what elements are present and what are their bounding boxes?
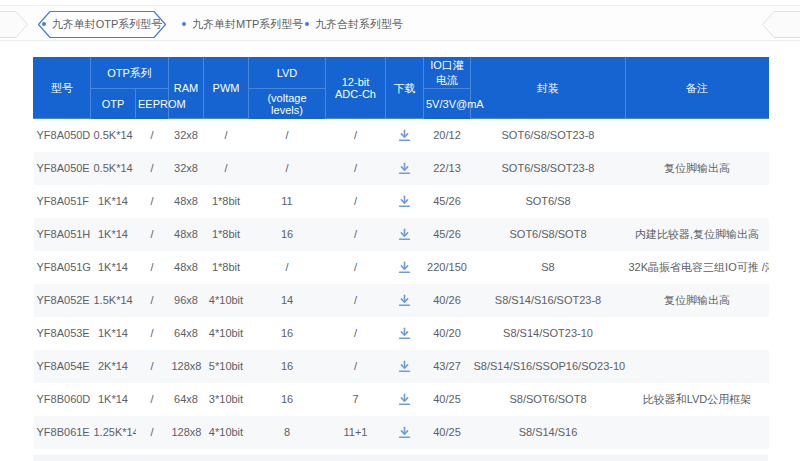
cell-eeprom: / xyxy=(136,251,169,284)
tab-combo-series[interactable]: 九齐合封系列型号 xyxy=(305,6,403,42)
cell-otp: 1K*14 xyxy=(91,185,136,218)
cell-model: YF8B060D xyxy=(34,383,91,416)
cell-ram: 128x8 xyxy=(169,350,204,383)
download-icon[interactable] xyxy=(398,261,411,274)
download-icon[interactable] xyxy=(398,360,411,373)
cell-eeprom: / xyxy=(136,119,169,152)
cell-lvd: 16 xyxy=(249,383,326,416)
table-row: YF8A051H1K*14/48x81*8bit16/ 45/26SOT6/S8… xyxy=(34,218,769,251)
tab-mtp-series[interactable]: 九齐单封MTP系列型号 xyxy=(182,6,303,42)
cell-remark xyxy=(626,119,769,152)
cell-lvd: 16 xyxy=(249,218,326,251)
cell-download[interactable] xyxy=(386,185,424,218)
cell-otp: 1K*14 xyxy=(91,317,136,350)
cell-adc: / xyxy=(326,152,386,185)
cell-download[interactable] xyxy=(386,251,424,284)
header-otp: OTP xyxy=(91,89,136,119)
tab-bullet-icon xyxy=(182,22,186,26)
cell-package: S8/S14/S16 xyxy=(471,416,626,449)
cell-io: 43/27 xyxy=(424,350,471,383)
cell-remark: 复位脚输出高 xyxy=(626,152,769,185)
cell-eeprom: / xyxy=(136,317,169,350)
cell-adc: / xyxy=(326,185,386,218)
cell-eeprom: / xyxy=(136,416,169,449)
tab-label: 九齐合封系列型号 xyxy=(315,17,403,32)
cell-otp: 0.5K*14 xyxy=(91,119,136,152)
cell-adc: 7 xyxy=(326,383,386,416)
cell-io: 45/26 xyxy=(424,218,471,251)
cell-pwm: 4*10bit xyxy=(204,317,249,350)
cell-download[interactable] xyxy=(386,284,424,317)
download-icon[interactable] xyxy=(398,195,411,208)
cell-io: 45/26 xyxy=(424,185,471,218)
table-row: YF8A053E1K*14/64x84*10bit16/ 40/20S8/S14… xyxy=(34,317,769,350)
tab-bullet-icon xyxy=(42,22,46,26)
cell-pwm: 5*10bit xyxy=(204,350,249,383)
cell-pwm: 1*8bit xyxy=(204,218,249,251)
cell-otp: 1.5K*14 xyxy=(91,284,136,317)
cell-download[interactable] xyxy=(386,218,424,251)
cell-lvd: / xyxy=(249,152,326,185)
tab-otp-series-label-row[interactable]: 九齐单封OTP系列型号 xyxy=(38,6,166,42)
download-icon[interactable] xyxy=(398,162,411,175)
cell-otp: 0.5K*14 xyxy=(91,152,136,185)
table-row: YF8B061E1.25K*14/128x84*10bit811+1 40/25… xyxy=(34,416,769,449)
download-icon[interactable] xyxy=(398,327,411,340)
cell-remark xyxy=(626,416,769,449)
cell-model: YF8A053E xyxy=(34,317,91,350)
download-icon[interactable] xyxy=(398,228,411,241)
cell-remark: 32K晶振省电容三组IO可推 /灌达220mA xyxy=(626,251,769,284)
cell-download[interactable] xyxy=(386,383,424,416)
cell-otp: 1.25K*14 xyxy=(91,416,136,449)
cell-package: S8 xyxy=(471,251,626,284)
cell-remark: 内建比较器,复位脚输出高 xyxy=(626,218,769,251)
cell-pwm: / xyxy=(204,119,249,152)
cell-io: 20/12 xyxy=(424,119,471,152)
header-io-current-sub: 5V/3V@mA xyxy=(424,89,471,119)
cell-download[interactable] xyxy=(386,152,424,185)
cell-lvd: / xyxy=(249,251,326,284)
cell-eeprom: / xyxy=(136,152,169,185)
cell-adc: / xyxy=(326,350,386,383)
cell-lvd: 16 xyxy=(249,317,326,350)
cell-otp: 1K*14 xyxy=(91,218,136,251)
table-row: YF8A051F1K*14/48x81*8bit11/ 45/26SOT6/S8 xyxy=(34,185,769,218)
cell-ram: 64x8 xyxy=(169,317,204,350)
header-lvd: LVD xyxy=(249,58,326,89)
cell-io: 40/20 xyxy=(424,317,471,350)
cell-ram: 48x8 xyxy=(169,218,204,251)
header-lvd-sub: (voltage levels) xyxy=(249,89,326,119)
tab-otp-series[interactable]: 九齐单封OTP系列型号 xyxy=(38,11,166,38)
cell-package: S8/S14/SOT23-10 xyxy=(471,317,626,350)
header-io-current: IO口灌电流 xyxy=(424,58,471,89)
cell-eeprom: / xyxy=(136,185,169,218)
cell-otp: 1K*14 xyxy=(91,251,136,284)
tab-label: 九齐单封MTP系列型号 xyxy=(192,17,303,32)
cell-ram: 128x8 xyxy=(169,416,204,449)
download-icon[interactable] xyxy=(398,294,411,307)
download-icon[interactable] xyxy=(398,426,411,439)
download-icon[interactable] xyxy=(398,129,411,142)
header-otp-group: OTP系列 xyxy=(91,58,169,89)
cell-package: SOT6/S8/SOT8 xyxy=(471,218,626,251)
table-row: YF8A050E0.5K*14/32x8/// 22/13SOT6/S8/SOT… xyxy=(34,152,769,185)
cell-io: 220/150 xyxy=(424,251,471,284)
table-row: YF8A051G1K*14/48x81*8bit// 220/150S832K晶… xyxy=(34,251,769,284)
cell-model: YF8A052E xyxy=(34,284,91,317)
cell-remark xyxy=(626,317,769,350)
cell-ram: 48x8 xyxy=(169,251,204,284)
download-icon[interactable] xyxy=(398,393,411,406)
cell-download[interactable] xyxy=(386,317,424,350)
cell-download[interactable] xyxy=(386,350,424,383)
cell-adc: / xyxy=(326,284,386,317)
cell-download[interactable] xyxy=(386,119,424,152)
cell-io: 40/25 xyxy=(424,416,471,449)
cell-remark: 复位脚输出高 xyxy=(626,284,769,317)
cell-download[interactable] xyxy=(386,416,424,449)
cell-model: YF8A051F xyxy=(34,185,91,218)
cell-otp: 1K*14 xyxy=(91,383,136,416)
cell-package: S8/S14/S16/SSOP16/SO23-10 xyxy=(471,350,626,383)
cell-ram: 96x8 xyxy=(169,284,204,317)
header-package: 封装 xyxy=(471,58,626,119)
cell-package: S8/SOT6/SOT8 xyxy=(471,383,626,416)
